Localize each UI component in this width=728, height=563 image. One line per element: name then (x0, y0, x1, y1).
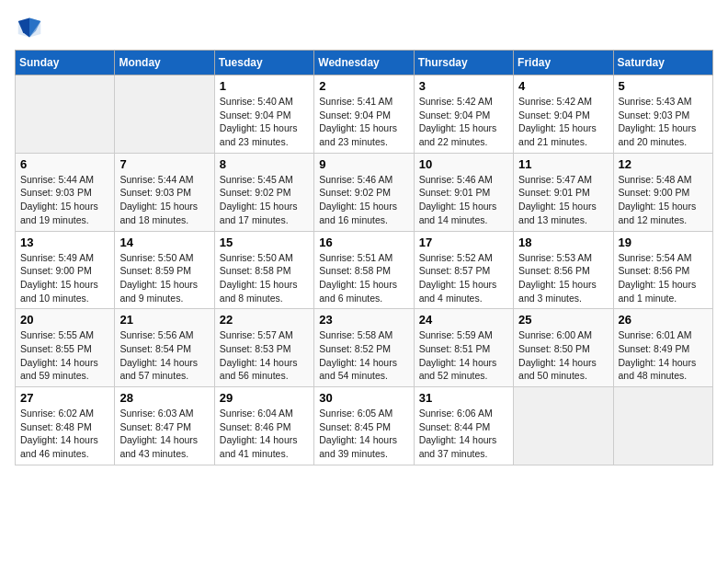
cell-info: Sunrise: 5:43 AM Sunset: 9:03 PM Dayligh… (619, 95, 708, 149)
cell-day-number: 24 (419, 313, 508, 327)
day-header-friday: Friday (514, 51, 613, 75)
cell-info: Sunrise: 5:46 AM Sunset: 9:02 PM Dayligh… (319, 173, 408, 227)
cell-day-number: 26 (619, 313, 708, 327)
cell-info: Sunrise: 5:40 AM Sunset: 9:04 PM Dayligh… (220, 95, 309, 149)
cell-info: Sunrise: 6:06 AM Sunset: 8:44 PM Dayligh… (419, 407, 508, 461)
week-row-2: 6Sunrise: 5:44 AM Sunset: 9:03 PM Daylig… (16, 153, 713, 231)
cell-info: Sunrise: 5:45 AM Sunset: 9:02 PM Dayligh… (220, 173, 309, 227)
cell-info: Sunrise: 5:41 AM Sunset: 9:04 PM Dayligh… (319, 95, 408, 149)
cell-info: Sunrise: 5:44 AM Sunset: 9:03 PM Dayligh… (119, 173, 209, 227)
cell-info: Sunrise: 5:50 AM Sunset: 8:58 PM Dayligh… (220, 251, 309, 305)
cell-info: Sunrise: 5:46 AM Sunset: 9:01 PM Dayligh… (419, 173, 508, 227)
calendar-cell: 12Sunrise: 5:48 AM Sunset: 9:00 PM Dayli… (613, 153, 712, 231)
calendar-cell: 20Sunrise: 5:55 AM Sunset: 8:55 PM Dayli… (16, 309, 115, 387)
week-row-5: 27Sunrise: 6:02 AM Sunset: 8:48 PM Dayli… (16, 387, 713, 465)
cell-day-number: 30 (319, 391, 408, 405)
calendar-cell (115, 75, 214, 154)
day-header-wednesday: Wednesday (314, 51, 414, 75)
calendar-cell (16, 75, 115, 154)
calendar-cell: 31Sunrise: 6:06 AM Sunset: 8:44 PM Dayli… (414, 387, 513, 465)
cell-day-number: 27 (20, 391, 109, 405)
day-header-tuesday: Tuesday (214, 51, 313, 75)
cell-day-number: 21 (119, 313, 209, 327)
cell-day-number: 14 (119, 236, 209, 249)
cell-info: Sunrise: 6:01 AM Sunset: 8:49 PM Dayligh… (619, 328, 708, 383)
day-header-monday: Monday (115, 51, 214, 75)
calendar-cell: 25Sunrise: 6:00 AM Sunset: 8:50 PM Dayli… (514, 309, 613, 387)
cell-day-number: 22 (220, 313, 309, 327)
calendar-cell: 10Sunrise: 5:46 AM Sunset: 9:01 PM Dayli… (414, 153, 513, 231)
calendar-cell: 9Sunrise: 5:46 AM Sunset: 9:02 PM Daylig… (314, 153, 414, 231)
cell-info: Sunrise: 5:42 AM Sunset: 9:04 PM Dayligh… (518, 95, 608, 149)
calendar-cell: 27Sunrise: 6:02 AM Sunset: 8:48 PM Dayli… (16, 387, 115, 465)
cell-day-number: 23 (319, 313, 408, 327)
cell-info: Sunrise: 5:58 AM Sunset: 8:52 PM Dayligh… (319, 328, 408, 383)
calendar-cell (514, 387, 613, 465)
cell-info: Sunrise: 5:47 AM Sunset: 9:01 PM Dayligh… (518, 173, 608, 227)
calendar-cell: 6Sunrise: 5:44 AM Sunset: 9:03 PM Daylig… (16, 153, 115, 231)
calendar-cell: 30Sunrise: 6:05 AM Sunset: 8:45 PM Dayli… (314, 387, 414, 465)
cell-day-number: 25 (518, 313, 608, 327)
calendar-cell: 16Sunrise: 5:51 AM Sunset: 8:58 PM Dayli… (314, 231, 414, 309)
cell-day-number: 18 (518, 236, 608, 249)
cell-day-number: 10 (419, 157, 508, 171)
cell-info: Sunrise: 6:00 AM Sunset: 8:50 PM Dayligh… (518, 328, 608, 383)
cell-day-number: 13 (20, 236, 109, 249)
cell-info: Sunrise: 5:50 AM Sunset: 8:59 PM Dayligh… (119, 251, 209, 305)
cell-day-number: 17 (419, 236, 508, 249)
calendar-cell: 28Sunrise: 6:03 AM Sunset: 8:47 PM Dayli… (115, 387, 214, 465)
days-header-row: SundayMondayTuesdayWednesdayThursdayFrid… (16, 51, 713, 75)
cell-day-number: 5 (619, 79, 708, 93)
calendar-cell: 18Sunrise: 5:53 AM Sunset: 8:56 PM Dayli… (514, 231, 613, 309)
cell-day-number: 12 (619, 157, 708, 171)
page-header (15, 15, 713, 40)
week-row-4: 20Sunrise: 5:55 AM Sunset: 8:55 PM Dayli… (16, 309, 713, 387)
cell-info: Sunrise: 5:59 AM Sunset: 8:51 PM Dayligh… (419, 328, 508, 383)
cell-info: Sunrise: 6:02 AM Sunset: 8:48 PM Dayligh… (20, 407, 109, 461)
calendar-cell: 29Sunrise: 6:04 AM Sunset: 8:46 PM Dayli… (214, 387, 313, 465)
calendar-cell (613, 387, 712, 465)
cell-day-number: 8 (220, 157, 309, 171)
calendar-cell: 24Sunrise: 5:59 AM Sunset: 8:51 PM Dayli… (414, 309, 513, 387)
cell-day-number: 2 (319, 79, 408, 93)
cell-day-number: 29 (220, 391, 309, 405)
cell-day-number: 19 (619, 236, 708, 249)
calendar-cell: 17Sunrise: 5:52 AM Sunset: 8:57 PM Dayli… (414, 231, 513, 309)
cell-info: Sunrise: 5:53 AM Sunset: 8:56 PM Dayligh… (518, 251, 608, 305)
calendar-cell: 14Sunrise: 5:50 AM Sunset: 8:59 PM Dayli… (115, 231, 214, 309)
calendar-cell: 8Sunrise: 5:45 AM Sunset: 9:02 PM Daylig… (214, 153, 313, 231)
cell-info: Sunrise: 5:52 AM Sunset: 8:57 PM Dayligh… (419, 251, 508, 305)
cell-day-number: 9 (319, 157, 408, 171)
cell-day-number: 16 (319, 236, 408, 249)
cell-info: Sunrise: 5:54 AM Sunset: 8:56 PM Dayligh… (619, 251, 708, 305)
week-row-1: 1Sunrise: 5:40 AM Sunset: 9:04 PM Daylig… (16, 75, 713, 154)
calendar-cell: 13Sunrise: 5:49 AM Sunset: 9:00 PM Dayli… (16, 231, 115, 309)
cell-day-number: 11 (518, 157, 608, 171)
cell-info: Sunrise: 5:56 AM Sunset: 8:54 PM Dayligh… (119, 328, 209, 383)
cell-day-number: 6 (20, 157, 109, 171)
week-row-3: 13Sunrise: 5:49 AM Sunset: 9:00 PM Dayli… (16, 231, 713, 309)
calendar-cell: 5Sunrise: 5:43 AM Sunset: 9:03 PM Daylig… (613, 75, 712, 154)
calendar-cell: 1Sunrise: 5:40 AM Sunset: 9:04 PM Daylig… (214, 75, 313, 154)
calendar-cell: 11Sunrise: 5:47 AM Sunset: 9:01 PM Dayli… (514, 153, 613, 231)
cell-info: Sunrise: 6:03 AM Sunset: 8:47 PM Dayligh… (119, 407, 209, 461)
cell-info: Sunrise: 5:57 AM Sunset: 8:53 PM Dayligh… (220, 328, 309, 383)
cell-day-number: 3 (419, 79, 508, 93)
cell-info: Sunrise: 5:42 AM Sunset: 9:04 PM Dayligh… (419, 95, 508, 149)
calendar-cell: 7Sunrise: 5:44 AM Sunset: 9:03 PM Daylig… (115, 153, 214, 231)
cell-info: Sunrise: 5:51 AM Sunset: 8:58 PM Dayligh… (319, 251, 408, 305)
calendar-cell: 3Sunrise: 5:42 AM Sunset: 9:04 PM Daylig… (414, 75, 513, 154)
logo (15, 15, 48, 40)
cell-day-number: 4 (518, 79, 608, 93)
day-header-sunday: Sunday (16, 51, 115, 75)
day-header-thursday: Thursday (414, 51, 513, 75)
calendar-cell: 2Sunrise: 5:41 AM Sunset: 9:04 PM Daylig… (314, 75, 414, 154)
calendar-cell: 21Sunrise: 5:56 AM Sunset: 8:54 PM Dayli… (115, 309, 214, 387)
calendar-cell: 22Sunrise: 5:57 AM Sunset: 8:53 PM Dayli… (214, 309, 313, 387)
calendar-cell: 26Sunrise: 6:01 AM Sunset: 8:49 PM Dayli… (613, 309, 712, 387)
cell-day-number: 28 (119, 391, 209, 405)
day-header-saturday: Saturday (613, 51, 712, 75)
cell-day-number: 1 (220, 79, 309, 93)
cell-day-number: 31 (419, 391, 508, 405)
calendar-cell: 4Sunrise: 5:42 AM Sunset: 9:04 PM Daylig… (514, 75, 613, 154)
